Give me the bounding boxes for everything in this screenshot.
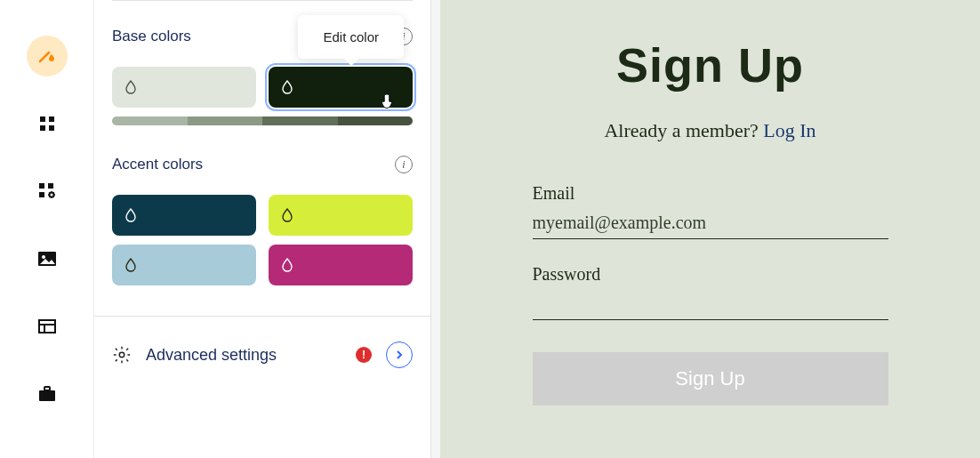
table-icon (37, 317, 57, 335)
svg-rect-14 (44, 387, 50, 390)
signup-form: Email Password Sign Up (533, 183, 888, 406)
base-colors-section: Base colors i Edit color (94, 28, 430, 125)
widgets-icon (37, 181, 57, 201)
svg-point-15 (119, 352, 125, 358)
rail-widgets-button[interactable] (27, 171, 68, 212)
accent-swatch-1[interactable] (269, 195, 413, 236)
advanced-settings-label: Advanced settings (146, 346, 341, 365)
email-field[interactable] (533, 209, 888, 239)
briefcase-icon (37, 385, 57, 403)
rail-theme-button[interactable] (27, 36, 68, 76)
gradient-bar (112, 117, 413, 125)
svg-rect-10 (39, 320, 55, 333)
drop-icon (125, 80, 137, 94)
chevron-right-icon (395, 350, 404, 360)
cursor-icon (377, 93, 397, 113)
login-link[interactable]: Log In (763, 119, 815, 141)
svg-rect-13 (39, 390, 55, 401)
advanced-chevron-button[interactable] (386, 341, 413, 368)
edit-color-tooltip: Edit color (298, 15, 404, 59)
accent-swatch-3[interactable] (269, 245, 413, 285)
member-line: Already a member? Log In (604, 119, 815, 142)
svg-rect-0 (40, 117, 45, 122)
drop-icon (125, 208, 137, 222)
colors-panel: Base colors i Edit color (93, 0, 431, 458)
base-colors-title: Base colors (112, 28, 191, 45)
base-swatch-1[interactable] (269, 67, 413, 108)
email-label: Email (533, 183, 888, 204)
gear-icon (112, 345, 132, 365)
image-icon (37, 250, 57, 268)
info-icon[interactable]: i (395, 156, 413, 173)
svg-point-7 (49, 193, 53, 197)
drop-icon (125, 258, 137, 272)
member-prefix: Already a member? (604, 119, 763, 141)
rail-grid-button[interactable] (27, 103, 68, 144)
password-label: Password (533, 264, 888, 285)
rail-table-button[interactable] (27, 306, 68, 347)
advanced-settings-row[interactable]: Advanced settings ! (94, 316, 430, 368)
signup-button[interactable]: Sign Up (533, 352, 888, 406)
drop-icon (281, 208, 293, 222)
accent-colors-title: Accent colors (112, 156, 203, 173)
svg-rect-4 (39, 183, 44, 189)
grid-icon (38, 115, 56, 133)
page-title: Sign Up (616, 37, 804, 92)
tooltip-label: Edit color (323, 29, 379, 44)
rail-image-button[interactable] (27, 238, 68, 279)
rail-briefcase-button[interactable] (27, 374, 68, 414)
drop-icon (281, 80, 293, 94)
icon-rail (0, 0, 93, 458)
svg-rect-3 (49, 125, 54, 131)
drop-icon (281, 258, 293, 272)
base-swatch-0[interactable] (112, 67, 256, 108)
svg-rect-6 (39, 192, 44, 197)
accent-swatch-2[interactable] (112, 245, 256, 285)
svg-rect-5 (48, 183, 53, 189)
preview-pane: Sign Up Already a member? Log In Email P… (431, 0, 980, 458)
password-field[interactable] (533, 290, 888, 320)
svg-point-9 (42, 255, 45, 259)
svg-rect-2 (40, 125, 45, 131)
warning-badge: ! (356, 347, 372, 363)
paint-icon (36, 45, 58, 67)
accent-swatch-0[interactable] (112, 195, 256, 236)
accent-colors-section: Accent colors i (94, 156, 430, 285)
svg-rect-1 (49, 117, 54, 122)
